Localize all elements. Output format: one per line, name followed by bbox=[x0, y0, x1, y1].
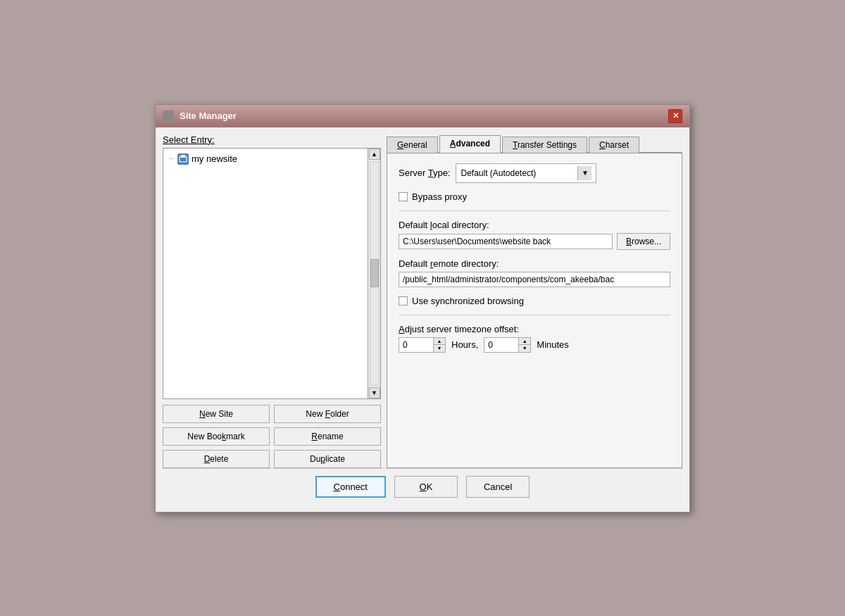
synchronized-label: Use synchronized browsing bbox=[412, 296, 524, 306]
bottom-buttons: New Site New Folder New Bookmark Rename … bbox=[163, 405, 381, 468]
tree-container[interactable]: ┄ my newsite ▲ bbox=[163, 148, 381, 399]
minutes-spinner-buttons: ▲ ▼ bbox=[519, 337, 531, 353]
hours-up-button[interactable]: ▲ bbox=[434, 338, 445, 345]
tree-item-label: my newsite bbox=[192, 153, 237, 164]
server-type-value: Default (Autodetect) bbox=[461, 168, 536, 178]
scroll-up-button[interactable]: ▲ bbox=[369, 149, 380, 160]
scroll-thumb bbox=[370, 259, 379, 287]
minutes-down-button[interactable]: ▼ bbox=[519, 345, 530, 352]
hours-label: Hours, bbox=[451, 339, 478, 350]
ok-button[interactable]: OK bbox=[394, 476, 458, 498]
tab-content-advanced: Server Type: Default (Autodetect) ▼ Bypa… bbox=[387, 153, 682, 468]
timezone-row: ▲ ▼ Hours, ▲ ▼ bbox=[399, 337, 670, 353]
server-type-label: Server Type: bbox=[399, 168, 450, 178]
bypass-proxy-label: Bypass proxy bbox=[412, 191, 467, 202]
server-type-row: Server Type: Default (Autodetect) ▼ bbox=[399, 163, 670, 183]
rename-button[interactable]: Rename bbox=[274, 427, 381, 446]
site-icon bbox=[177, 153, 189, 165]
scroll-track[interactable] bbox=[370, 161, 380, 386]
local-dir-label: Default local directory: bbox=[399, 220, 670, 230]
minutes-label: Minutes bbox=[537, 339, 569, 350]
remote-dir-group: Default remote directory: bbox=[399, 258, 670, 287]
local-dir-input[interactable] bbox=[399, 234, 613, 249]
close-button[interactable]: ✕ bbox=[668, 109, 682, 123]
right-panel: General Advanced Transfer Settings Chars… bbox=[387, 134, 682, 468]
synchronized-row: Use synchronized browsing bbox=[399, 296, 670, 306]
scroll-down-button[interactable]: ▼ bbox=[369, 387, 380, 398]
connect-button[interactable]: Connect bbox=[315, 476, 386, 498]
local-dir-group: Default local directory: Browse... bbox=[399, 220, 670, 250]
minutes-up-button[interactable]: ▲ bbox=[519, 338, 530, 345]
title-bar: Site Manager ✕ bbox=[156, 105, 689, 127]
tree-scrollbar[interactable]: ▲ ▼ bbox=[368, 149, 380, 398]
dropdown-arrow-icon: ▼ bbox=[577, 166, 592, 180]
tabs: General Advanced Transfer Settings Chars… bbox=[387, 134, 682, 153]
new-site-button[interactable]: New Site bbox=[163, 405, 270, 423]
divider-2 bbox=[399, 315, 670, 315]
tab-transfer-settings[interactable]: Transfer Settings bbox=[502, 137, 587, 153]
hours-spinner-buttons: ▲ ▼ bbox=[434, 337, 446, 353]
app-icon bbox=[163, 111, 174, 122]
tree-item-my-newsite[interactable]: ┄ my newsite bbox=[165, 151, 379, 167]
left-panel: Select Entry: ┄ bbox=[163, 134, 381, 468]
svg-rect-1 bbox=[181, 155, 185, 158]
new-folder-button[interactable]: New Folder bbox=[274, 405, 381, 423]
browse-local-button[interactable]: Browse... bbox=[617, 233, 670, 250]
main-area: Select Entry: ┄ bbox=[163, 134, 682, 468]
delete-button[interactable]: Delete bbox=[163, 450, 270, 468]
hours-down-button[interactable]: ▼ bbox=[434, 345, 445, 352]
synchronized-checkbox[interactable] bbox=[399, 296, 408, 306]
bottom-bar: Connect OK Cancel bbox=[163, 468, 682, 505]
bypass-proxy-row: Bypass proxy bbox=[399, 191, 670, 202]
minutes-input[interactable] bbox=[484, 337, 519, 353]
timezone-group: Adjust server timezone offset: ▲ ▼ Hours… bbox=[399, 324, 670, 353]
server-type-dropdown[interactable]: Default (Autodetect) ▼ bbox=[456, 163, 596, 183]
tab-general[interactable]: General bbox=[387, 137, 438, 153]
timezone-label: Adjust server timezone offset: bbox=[399, 324, 670, 334]
cancel-button[interactable]: Cancel bbox=[466, 476, 530, 498]
select-entry-label: Select Entry: bbox=[163, 134, 381, 145]
remote-dir-input[interactable] bbox=[399, 272, 670, 287]
dialog-title: Site Manager bbox=[180, 111, 237, 121]
tab-advanced[interactable]: Advanced bbox=[439, 135, 501, 153]
title-bar-left: Site Manager bbox=[163, 111, 237, 122]
tab-charset[interactable]: Charset bbox=[589, 137, 639, 153]
duplicate-button[interactable]: Duplicate bbox=[274, 450, 381, 468]
site-manager-dialog: Site Manager ✕ Select Entry: ┄ bbox=[155, 104, 690, 513]
divider-1 bbox=[399, 210, 670, 211]
local-dir-input-row: Browse... bbox=[399, 233, 670, 250]
bypass-proxy-checkbox[interactable] bbox=[399, 192, 408, 201]
minutes-spinner: ▲ ▼ bbox=[484, 337, 531, 353]
new-bookmark-button[interactable]: New Bookmark bbox=[163, 427, 270, 446]
hours-spinner: ▲ ▼ bbox=[399, 337, 446, 353]
remote-dir-label: Default remote directory: bbox=[399, 258, 670, 269]
dialog-body: Select Entry: ┄ bbox=[156, 127, 689, 512]
hours-input[interactable] bbox=[399, 337, 434, 353]
